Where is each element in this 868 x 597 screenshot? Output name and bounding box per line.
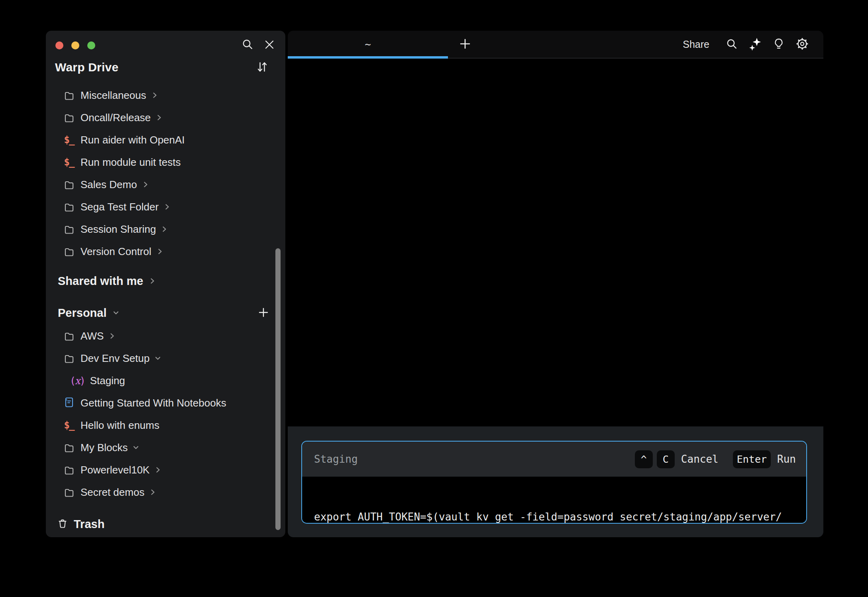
sidebar-item-secret-demos[interactable]: Secret demos: [46, 481, 285, 503]
ctrl-keycap: ^: [635, 450, 653, 468]
plus-icon: [458, 37, 472, 52]
gear-icon: [795, 37, 809, 52]
sidebar-item-oncall-release[interactable]: Oncall/Release: [46, 106, 285, 129]
item-label: Dev Env Setup: [81, 352, 149, 365]
folder-icon: [63, 224, 75, 235]
tab-label: ~: [365, 38, 371, 50]
sidebar-item-run-aider-with-openai[interactable]: $_Run aider with OpenAI: [46, 129, 285, 151]
chevron-down-icon: [132, 444, 139, 451]
folder-icon: [63, 90, 75, 101]
ai-assistant-button[interactable]: [748, 37, 762, 52]
window-controls: [55, 41, 95, 49]
item-label: AWS: [81, 330, 104, 342]
folder-icon: [63, 465, 75, 475]
folder-icon: [63, 487, 75, 498]
share-button[interactable]: Share: [683, 39, 709, 50]
sidebar-item-powerlevel10k[interactable]: Powerlevel10K: [46, 459, 285, 481]
sidebar-item-session-sharing[interactable]: Session Sharing: [46, 218, 285, 240]
terminal-output: [288, 59, 823, 426]
sidebar-scrollbar[interactable]: [275, 248, 281, 530]
sidebar-item-hello-with-enums[interactable]: $_Hello with enums: [46, 414, 285, 436]
chevron-right-icon: [151, 92, 158, 99]
search-icon: [241, 38, 254, 52]
zoom-window-button[interactable]: [87, 41, 95, 49]
enter-keycap: Enter: [733, 450, 771, 468]
tips-button[interactable]: [772, 37, 785, 51]
item-label: Shared with me: [58, 275, 143, 288]
warp-drive-panel: Warp Drive MiscellaneousOncall/Release$_…: [46, 31, 285, 537]
lightbulb-icon: [772, 37, 785, 51]
settings-button[interactable]: [795, 37, 809, 52]
tab-home[interactable]: ~: [288, 31, 448, 58]
cancel-label: Cancel: [681, 453, 719, 465]
close-window-button[interactable]: [55, 41, 63, 49]
desktop: Warp Drive MiscellaneousOncall/Release$_…: [0, 0, 868, 597]
item-label: Run module unit tests: [81, 156, 181, 169]
chevron-right-icon: [108, 332, 116, 340]
item-label: Sales Demo: [81, 179, 137, 191]
minimize-window-button[interactable]: [71, 41, 79, 49]
terminal-window: ~ Share: [288, 31, 823, 537]
sort-button[interactable]: [256, 61, 269, 74]
page-title: Warp Drive: [55, 61, 118, 74]
sparkles-icon: [748, 37, 762, 52]
sidebar-item-aws[interactable]: AWS: [46, 325, 285, 347]
sidebar-item-trash[interactable]: Trash: [46, 512, 285, 536]
chevron-right-icon: [149, 277, 156, 285]
drive-close-button[interactable]: [263, 39, 275, 51]
sidebar-section-personal[interactable]: Personal: [46, 301, 285, 325]
new-tab-button[interactable]: [458, 37, 472, 51]
add-new-button[interactable]: [257, 307, 269, 319]
folder-icon: [63, 179, 75, 190]
sidebar-item-getting-started-with-notebooks[interactable]: Getting Started With Notebooks: [46, 392, 285, 414]
folder-icon: [63, 246, 75, 257]
cancel-button[interactable]: ^ C Cancel: [635, 450, 719, 468]
sidebar-section-shared-with-me[interactable]: Shared with me: [46, 269, 285, 293]
notebook-icon: [63, 397, 75, 409]
chevron-right-icon: [161, 226, 168, 233]
sidebar-item-dev-env-setup[interactable]: Dev Env Setup: [46, 347, 285, 369]
active-tab-indicator: [288, 56, 448, 59]
command-icon: $_: [63, 420, 75, 431]
sidebar-item-sales-demo[interactable]: Sales Demo: [46, 173, 285, 196]
chevron-down-icon: [112, 309, 120, 316]
sidebar-item-sega-test-folder[interactable]: Sega Test Folder: [46, 196, 285, 218]
sidebar-item-run-module-unit-tests[interactable]: $_Run module unit tests: [46, 151, 285, 173]
sidebar-item-my-blocks[interactable]: My Blocks: [46, 436, 285, 459]
item-label: Secret demos: [81, 486, 144, 499]
trash-icon: [57, 518, 71, 530]
sidebar-item-version-control[interactable]: Version Control: [46, 240, 285, 263]
palette-header: Staging ^ C Cancel Enter Run: [302, 442, 806, 477]
drive-list: MiscellaneousOncall/Release$_Run aider w…: [46, 84, 285, 536]
item-label: Trash: [74, 518, 104, 531]
folder-icon: [63, 331, 75, 342]
sort-icon: [256, 61, 269, 75]
tab-bar: ~ Share: [288, 31, 823, 59]
folder-icon: [63, 112, 75, 123]
item-label: Oncall/Release: [81, 112, 151, 124]
workflow-icon: (x): [71, 375, 84, 387]
item-label: Run aider with OpenAI: [81, 134, 185, 146]
item-label: Sega Test Folder: [81, 201, 159, 213]
folder-icon: [63, 442, 75, 453]
sidebar-item-staging[interactable]: (x)Staging: [46, 369, 285, 392]
c-keycap: C: [657, 450, 675, 468]
sidebar-item-miscellaneous[interactable]: Miscellaneous: [46, 84, 285, 106]
plus-icon: [257, 306, 269, 320]
tabbar-actions: Share: [683, 37, 823, 52]
workflow-title: Staging: [314, 453, 358, 465]
drive-header: Warp Drive: [55, 59, 269, 75]
command-input[interactable]: export AUTH_TOKEN=$(vault kv get -field=…: [302, 477, 806, 523]
chevron-right-icon: [142, 181, 149, 188]
item-label: Powerlevel10K: [81, 464, 149, 476]
item-label: My Blocks: [81, 442, 128, 454]
item-label: Hello with enums: [81, 419, 159, 432]
run-label: Run: [777, 453, 796, 465]
run-button[interactable]: Enter Run: [733, 450, 796, 468]
workflow-palette: Staging ^ C Cancel Enter Run: [301, 441, 807, 524]
drive-search-button[interactable]: [241, 38, 254, 51]
chevron-right-icon: [156, 248, 163, 255]
item-label: Version Control: [81, 245, 151, 258]
item-label: Session Sharing: [81, 223, 156, 236]
terminal-search-button[interactable]: [725, 37, 738, 51]
